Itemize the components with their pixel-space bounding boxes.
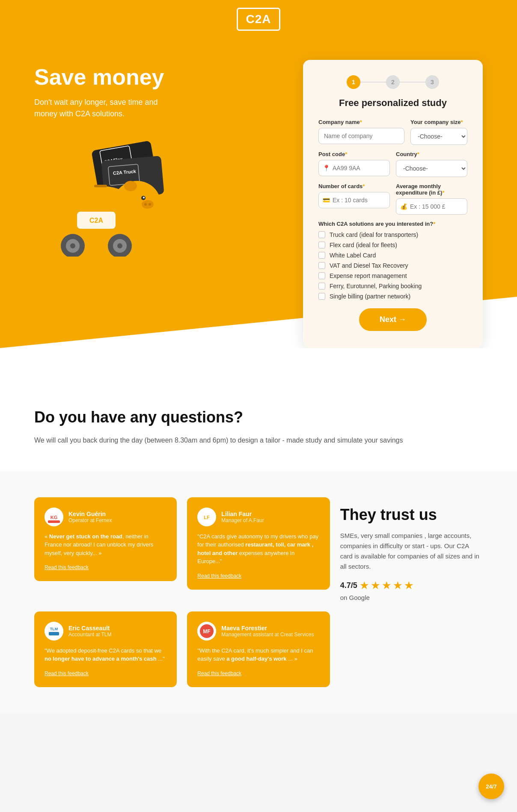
- solution-billing: Single billing (partner network): [318, 293, 467, 300]
- svg-point-19: [70, 243, 75, 248]
- num-cards-input-wrapper: 💳: [318, 192, 390, 208]
- solution-truck-card: Truck card (ideal for transporters): [318, 231, 467, 238]
- testimonial-kevin-header: KG Kevin Guérin Operator at Fernex: [45, 508, 166, 526]
- company-name-input[interactable]: [318, 128, 404, 144]
- testimonial-eric-info: Eric Casseault Accountant at TLM: [68, 625, 112, 638]
- num-cards-label: Number of cards*: [318, 183, 390, 189]
- testimonial-eric-role: Accountant at TLM: [68, 632, 112, 638]
- avatar-eric: TLM: [45, 622, 63, 641]
- svg-text:LF: LF: [204, 515, 210, 520]
- svg-text:C2A: C2A: [89, 217, 103, 224]
- svg-point-9: [143, 197, 145, 198]
- svg-point-7: [113, 181, 160, 225]
- avg-monthly-group: Average monthly expenditure (in £)* 💰: [396, 183, 467, 215]
- testimonial-kevin-info: Kevin Guérin Operator at Fernex: [68, 511, 112, 523]
- testimonial-maeva-header: MF Maeva Forestier Management assistant …: [197, 622, 319, 641]
- solution-vat-diesel: VAT and Diesel Tax Recovery: [318, 262, 467, 269]
- country-select[interactable]: -Choose- United Kingdom France Germany: [396, 160, 467, 177]
- company-size-select[interactable]: -Choose- 1-10 11-50 51-200 200+: [410, 128, 467, 145]
- country-label: Country*: [396, 151, 467, 157]
- postcode-label: Post code*: [318, 151, 390, 157]
- solution-ferry-checkbox[interactable]: [318, 283, 325, 289]
- solution-white-label: White Label Card: [318, 252, 467, 259]
- postcode-group: Post code* 📍: [318, 151, 390, 177]
- step-3: 3: [425, 75, 439, 89]
- solution-billing-checkbox[interactable]: [318, 293, 325, 300]
- svg-point-12: [149, 203, 151, 206]
- testimonial-lilian-name: Lilian Faur: [221, 511, 264, 517]
- next-button[interactable]: Next →: [359, 308, 427, 331]
- location-icon: 📍: [323, 165, 330, 171]
- solution-flex-card: Flex card (ideal for fleets): [318, 242, 467, 248]
- postcode-input-wrapper: 📍: [318, 160, 390, 176]
- solution-truck-card-checkbox[interactable]: [318, 231, 325, 238]
- read-feedback-eric[interactable]: Read this feedback: [45, 670, 89, 676]
- svg-point-10: [142, 200, 154, 209]
- solution-expense: Expense report management: [318, 272, 467, 279]
- questions-headline: Do you have any questions?: [34, 408, 483, 426]
- questions-left: Do you have any questions? We will call …: [34, 408, 483, 446]
- testimonial-lilian-info: Lilian Faur Manager of A.Faur: [221, 511, 264, 523]
- testimonial-eric-header: TLM Eric Casseault Accountant at TLM: [45, 622, 166, 641]
- avg-monthly-input-wrapper: 💰: [396, 198, 467, 215]
- avg-monthly-label: Average monthly expenditure (in £)*: [396, 183, 467, 196]
- country-group: Country* -Choose- United Kingdom France …: [396, 151, 467, 177]
- testimonial-maeva: MF Maeva Forestier Management assistant …: [187, 611, 330, 687]
- step-2: 2: [386, 75, 400, 89]
- testimonial-kevin-text: « Never get stuck on the road, neither i…: [45, 532, 166, 558]
- on-google: on Google: [340, 594, 483, 601]
- read-feedback-kevin[interactable]: Read this feedback: [45, 564, 89, 570]
- solutions-section: Which C2A solutions are you interested i…: [318, 221, 467, 300]
- num-cards-group: Number of cards* 💳: [318, 183, 390, 215]
- stars: ★ ★ ★ ★ ★: [360, 580, 413, 591]
- step-line-2: [400, 82, 425, 83]
- testimonial-eric-name: Eric Casseault: [68, 625, 112, 632]
- testimonial-kevin-role: Operator at Fernex: [68, 517, 112, 523]
- step-1: 1: [347, 75, 360, 89]
- solution-vat-diesel-checkbox[interactable]: [318, 262, 325, 269]
- step-line-1: [360, 82, 386, 83]
- svg-point-28: [45, 622, 63, 641]
- solutions-label: Which C2A solutions are you interested i…: [318, 221, 467, 227]
- hero-subtext: Don't wait any longer, save time and mon…: [34, 97, 180, 120]
- header: C2A: [0, 0, 517, 38]
- company-name-label: Company name*: [318, 119, 404, 125]
- form-row-1: Company name* Your company size* -Choose…: [318, 119, 467, 145]
- hero-section: Save money Don't wait any longer, save t…: [0, 38, 517, 348]
- testimonial-maeva-name: Maeva Forestier: [221, 625, 314, 632]
- rating-score: 4.7/5: [340, 581, 357, 590]
- testimonial-eric: TLM Eric Casseault Accountant at TLM "We…: [34, 611, 177, 687]
- testimonial-lilian: LF Lilian Faur Manager of A.Faur "C2A ca…: [187, 497, 330, 590]
- company-size-group: Your company size* -Choose- 1-10 11-50 5…: [410, 119, 467, 145]
- avatar-kevin: KG: [45, 508, 63, 526]
- testimonial-maeva-info: Maeva Forestier Management assistant at …: [221, 625, 314, 638]
- hero-left: Save money Don't wait any longer, save t…: [34, 64, 277, 258]
- company-name-group: Company name*: [318, 119, 404, 145]
- avatar-maeva: MF: [197, 622, 216, 641]
- solution-flex-card-checkbox[interactable]: [318, 242, 325, 248]
- spacer: [0, 348, 517, 374]
- svg-rect-25: [48, 520, 60, 523]
- questions-body: We will call you back during the day (be…: [34, 435, 483, 446]
- testimonial-lilian-text: "C2A cards give autonomy to my drivers w…: [197, 532, 319, 566]
- testimonial-maeva-text: "With the C2A card, it's much simpler an…: [197, 647, 319, 663]
- svg-text:TLM: TLM: [50, 627, 58, 631]
- trust-headline: They trust us: [340, 506, 483, 524]
- testimonial-eric-text: "We adopted deposit-free C2A cards so th…: [45, 647, 166, 663]
- testimonial-lilian-role: Manager of A.Faur: [221, 517, 264, 523]
- rating: 4.7/5 ★ ★ ★ ★ ★: [340, 580, 483, 591]
- trust-body: SMEs, very small companies , large accou…: [340, 531, 483, 572]
- testimonial-kevin: KG Kevin Guérin Operator at Fernex « Nev…: [34, 497, 177, 582]
- card-icon: 💳: [323, 197, 330, 204]
- logo[interactable]: C2A: [237, 8, 280, 31]
- read-feedback-lilian[interactable]: Read this feedback: [197, 573, 241, 579]
- solution-expense-checkbox[interactable]: [318, 272, 325, 279]
- testimonials-grid: KG Kevin Guérin Operator at Fernex « Nev…: [34, 497, 483, 687]
- svg-point-22: [117, 243, 122, 248]
- step-indicator: 1 2 3: [318, 75, 467, 89]
- questions-section: Do you have any questions? We will call …: [0, 374, 517, 472]
- avatar-lilian: LF: [197, 508, 216, 526]
- testimonial-lilian-header: LF Lilian Faur Manager of A.Faur: [197, 508, 319, 526]
- solution-white-label-checkbox[interactable]: [318, 252, 325, 259]
- read-feedback-maeva[interactable]: Read this feedback: [197, 670, 241, 676]
